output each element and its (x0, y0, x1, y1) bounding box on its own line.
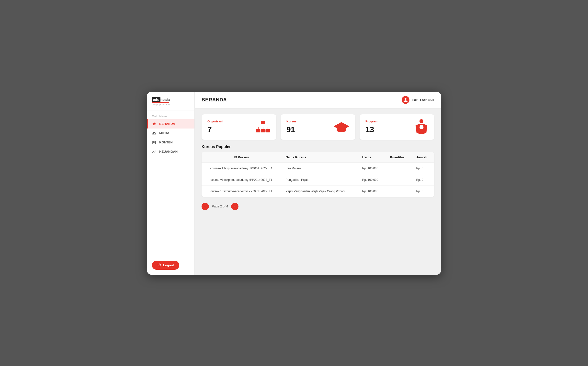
sidebar-bottom: Logout (147, 256, 194, 275)
next-page-button[interactable]: › (231, 203, 238, 210)
stat-label-program: Program (365, 120, 377, 123)
col-header-harga: Harga (358, 152, 386, 163)
app-window: edunesia belajar jadi mudah Main Menu BE… (147, 92, 441, 275)
cell-jumlah-2: Rp. 0 (412, 174, 434, 185)
logo-underline (152, 102, 169, 103)
sidebar-item-label-mitra: MITRA (159, 131, 169, 135)
main-content: BERANDA Halo, Putri Suli Organisasi 7 (195, 92, 441, 275)
cell-id-1: course-v1:taxprime-academy+BM001+2022_T1 (202, 162, 281, 174)
kursus-populer-section: Kursus Populer ID Kursus Nama Kursus Har… (202, 145, 434, 197)
stat-value-program: 13 (365, 125, 377, 134)
sidebar-nav: BERANDA MITRA KONTEN KEUANGAN (147, 119, 194, 156)
cell-id-3: ourse-v1:taxprime-academy+PPh001+2022_T1 (202, 185, 281, 197)
chevron-left-icon: ‹ (205, 205, 206, 208)
table-row: course-v1:taxprime-academy+BM001+2022_T1… (202, 162, 434, 174)
cell-kuantitas-2 (386, 174, 412, 185)
stat-label-kursus: Kursus (286, 120, 296, 123)
logo-edu: edu (152, 97, 160, 102)
mitra-icon (152, 131, 156, 135)
table-row: course-v1:taxprime-academy+PP001+2022_T1… (202, 174, 434, 185)
avatar (402, 96, 409, 104)
organisasi-icon (256, 120, 270, 134)
user-greeting: Halo, Putri Suli (412, 98, 434, 102)
stat-info-organisasi: Organisasi 7 (207, 120, 223, 134)
cell-nama-3: Pajak Penghasilan Wajib Pajak Orang Prib… (281, 185, 358, 197)
stat-cards: Organisasi 7 (202, 114, 434, 140)
section-title: Kursus Populer (202, 145, 434, 149)
svg-point-9 (419, 119, 423, 123)
cell-nama-2: Pengadilan Pajak (281, 174, 358, 185)
user-name: Putri Suli (420, 98, 434, 102)
stat-value-organisasi: 7 (207, 125, 223, 134)
stat-label-organisasi: Organisasi (207, 120, 223, 123)
cell-id-2: course-v1:taxprime-academy+PP001+2022_T1 (202, 174, 281, 185)
chevron-right-icon: › (234, 205, 235, 208)
content-area: Organisasi 7 (195, 108, 441, 275)
sidebar-item-label-beranda: BERANDA (159, 122, 175, 126)
cell-harga-1: Rp. 100,000 (358, 162, 386, 174)
col-header-id: ID Kursus (202, 152, 281, 163)
logo: edunesia (152, 97, 190, 102)
cell-kuantitas-1 (386, 162, 412, 174)
sidebar-item-label-keuangan: KEUANGAN (159, 150, 178, 153)
sidebar-item-mitra[interactable]: MITRA (147, 129, 194, 138)
stat-card-organisasi: Organisasi 7 (202, 114, 276, 140)
home-icon (152, 122, 156, 126)
stat-info-program: Program 13 (365, 120, 377, 134)
col-header-nama: Nama Kursus (281, 152, 358, 163)
svg-rect-8 (268, 127, 268, 129)
cell-jumlah-3: Rp. 0 (412, 185, 434, 197)
logout-button[interactable]: Logout (152, 261, 179, 270)
kursus-table: ID Kursus Nama Kursus Harga Kuantitas Ju… (202, 152, 434, 197)
logo-area: edunesia belajar jadi mudah (147, 92, 194, 110)
col-header-kuantitas: Kuantitas (386, 152, 412, 163)
svg-rect-4 (263, 124, 263, 127)
sidebar-item-keuangan[interactable]: KEUANGAN (147, 147, 194, 156)
cell-jumlah-1: Rp. 0 (412, 162, 434, 174)
konten-icon (152, 140, 156, 145)
cell-kuantitas-3 (386, 185, 412, 197)
svg-rect-6 (258, 127, 259, 129)
sidebar-item-konten[interactable]: KONTEN (147, 138, 194, 147)
svg-rect-7 (263, 127, 263, 129)
power-icon (157, 263, 161, 268)
keuangan-icon (152, 150, 156, 154)
cell-harga-3: Rp. 100,000 (358, 185, 386, 197)
table-row: ourse-v1:taxprime-academy+PPh001+2022_T1… (202, 185, 434, 197)
svg-rect-11 (419, 127, 424, 127)
stat-value-kursus: 91 (286, 125, 296, 134)
sidebar-item-label-konten: KONTEN (159, 140, 173, 144)
pagination: ‹ Page 2 of 4 › (202, 203, 434, 210)
logout-label: Logout (163, 263, 174, 267)
cell-nama-1: Bea Materai (281, 162, 358, 174)
col-header-jumlah: Jumlah (412, 152, 434, 163)
svg-rect-1 (256, 129, 260, 132)
cell-harga-2: Rp. 100,000 (358, 174, 386, 185)
page-indicator: Page 2 of 4 (212, 205, 228, 208)
program-icon (415, 119, 428, 135)
svg-rect-0 (261, 121, 265, 124)
svg-rect-2 (261, 129, 265, 132)
logo-tagline: belajar jadi mudah (152, 103, 190, 106)
page-title: BERANDA (202, 97, 227, 103)
svg-rect-3 (266, 129, 270, 132)
menu-label: Main Menu (147, 110, 194, 119)
logo-nesia: nesia (160, 97, 170, 102)
prev-page-button[interactable]: ‹ (202, 203, 209, 210)
user-area: Halo, Putri Suli (402, 96, 434, 104)
sidebar-item-beranda[interactable]: BERANDA (147, 119, 194, 129)
stat-card-kursus: Kursus 91 (281, 114, 355, 140)
table-header-row: ID Kursus Nama Kursus Harga Kuantitas Ju… (202, 152, 434, 163)
stat-info-kursus: Kursus 91 (286, 120, 296, 134)
kursus-icon (334, 120, 349, 134)
stat-card-program: Program 13 (360, 114, 434, 140)
topbar: BERANDA Halo, Putri Suli (195, 92, 441, 108)
sidebar: edunesia belajar jadi mudah Main Menu BE… (147, 92, 195, 275)
table-container: ID Kursus Nama Kursus Harga Kuantitas Ju… (202, 152, 434, 197)
